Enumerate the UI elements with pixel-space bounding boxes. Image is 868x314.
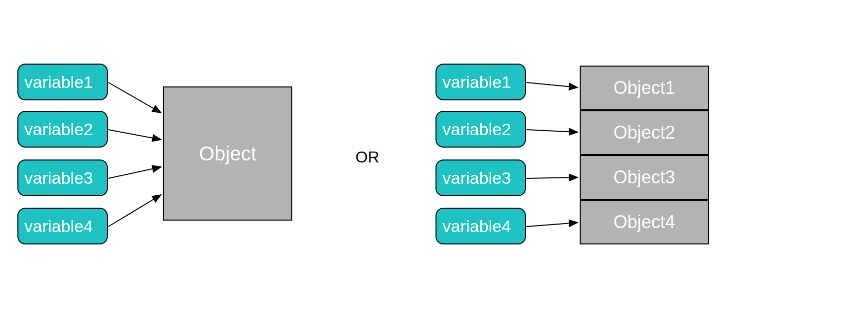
arrows-layer: [0, 0, 868, 314]
right-object-1: Object1: [580, 66, 709, 110]
right-object-2-label: Object2: [613, 122, 675, 143]
right-object-3: Object3: [580, 155, 709, 200]
left-arrow-2: [108, 130, 161, 140]
diagram-container: variable1 variable2 variable3 variable4 …: [0, 0, 868, 314]
right-object-4: Object4: [580, 200, 709, 244]
right-arrow-2: [526, 130, 578, 132]
left-object-label: Object: [199, 143, 257, 165]
right-object-3-label: Object3: [613, 167, 675, 188]
right-arrow-3: [526, 177, 578, 178]
left-variable-2: variable2: [17, 111, 108, 148]
left-arrow-4: [108, 195, 161, 227]
right-variable-3: variable3: [435, 159, 526, 196]
right-variable-1-label: variable1: [442, 73, 511, 92]
right-variable-4: variable4: [435, 208, 526, 244]
left-arrow-1: [108, 82, 161, 113]
right-object-2: Object2: [580, 110, 709, 155]
right-arrow-4: [526, 223, 578, 227]
left-variable-1-label: variable1: [24, 73, 93, 92]
right-variable-4-label: variable4: [442, 217, 511, 236]
left-variable-2-label: variable2: [24, 120, 93, 139]
left-variable-1: variable1: [17, 64, 108, 100]
right-object-4-label: Object4: [613, 212, 675, 233]
right-variable-2-label: variable2: [442, 120, 511, 139]
right-variable-3-label: variable3: [442, 168, 511, 188]
right-variable-2: variable2: [435, 111, 526, 148]
left-arrow-3: [108, 167, 161, 178]
left-variable-4: variable4: [17, 208, 108, 244]
left-variable-3-label: variable3: [24, 168, 93, 188]
left-object: Object: [163, 86, 292, 221]
left-variable-3: variable3: [17, 159, 108, 196]
right-variable-1: variable1: [435, 64, 526, 100]
or-label: OR: [355, 148, 379, 166]
right-object-1-label: Object1: [613, 78, 675, 98]
right-arrow-1: [526, 82, 578, 87]
left-variable-4-label: variable4: [24, 217, 93, 236]
